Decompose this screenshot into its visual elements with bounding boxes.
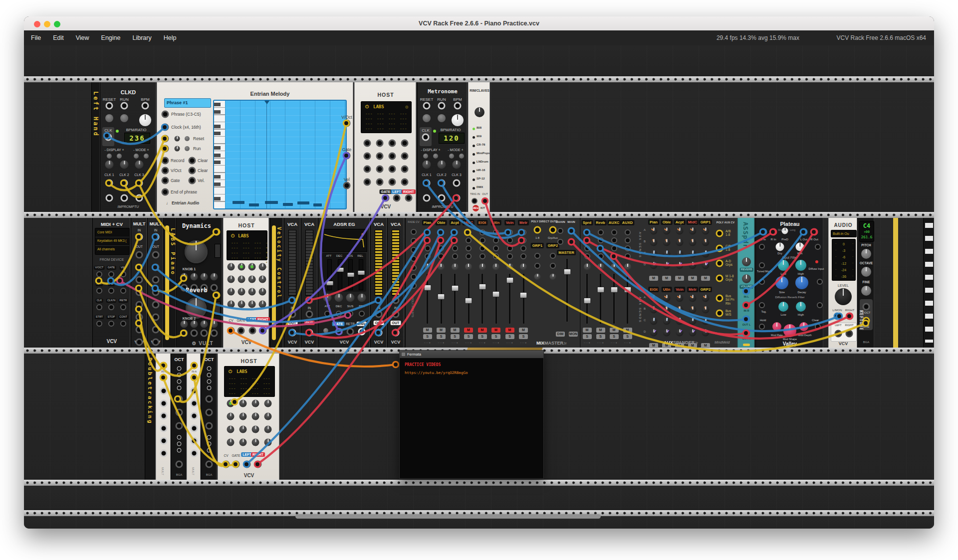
port-r1c1[interactable] — [376, 153, 384, 160]
multb-out1-port[interactable] — [191, 374, 198, 381]
aux-pan-Sprd[interactable] — [584, 263, 591, 270]
aux-jack-3[interactable] — [584, 253, 590, 259]
mixer-solo-Metr[interactable]: S — [519, 334, 528, 339]
mixer-fader-handle-Voin[interactable] — [506, 277, 513, 283]
midicv-driver[interactable]: Core MIDI — [97, 231, 112, 234]
entrian-voct-in-port[interactable] — [162, 167, 169, 175]
port-4[interactable] — [152, 301, 160, 309]
reftone-fine-knob[interactable] — [861, 286, 871, 296]
mixmaster-grp2-port-2[interactable] — [550, 263, 556, 269]
audio-lmon-port[interactable] — [834, 313, 841, 320]
module-vca-2[interactable]: VCA IN OUT VCV — [301, 218, 317, 348]
aux-send-Pian-C[interactable] — [650, 250, 658, 258]
entrian-run-button[interactable] — [185, 146, 190, 151]
dynamics-mini-knob-4[interactable] — [211, 273, 218, 281]
port-1[interactable] — [411, 238, 417, 244]
port-6[interactable] — [411, 283, 417, 289]
plateau-r-out-port[interactable] — [811, 228, 818, 236]
aux-pan-AUXD[interactable] — [624, 263, 631, 270]
mixer-solo-Voin[interactable]: S — [505, 334, 514, 339]
aux-send-Utln-A[interactable] — [663, 295, 671, 302]
rim-led-909[interactable] — [473, 136, 475, 139]
indicator-circle[interactable] — [207, 448, 212, 453]
midicv-port-VEL[interactable] — [120, 271, 126, 277]
entrian-vel-out-port[interactable] — [343, 182, 351, 189]
midicv-port-V/OCT[interactable] — [96, 271, 102, 277]
aux-pan-Revb[interactable] — [597, 263, 604, 270]
menu-file[interactable]: File — [31, 34, 41, 41]
menu-library[interactable]: Library — [133, 34, 152, 41]
mixer-jack-2[interactable] — [479, 245, 485, 251]
plateau-tog-jack[interactable] — [759, 302, 765, 308]
clkd-clk1-port[interactable] — [106, 180, 113, 187]
aux-solo-AUXC[interactable]: S — [610, 334, 619, 339]
aux-send-Pian-D[interactable] — [650, 262, 658, 269]
port-4[interactable] — [160, 437, 168, 445]
dynamics-mini-knob-2[interactable] — [191, 273, 198, 281]
entrian-gate-out-port[interactable] — [343, 152, 351, 160]
mixer-jack-0[interactable] — [479, 229, 485, 235]
port-5[interactable] — [411, 274, 417, 280]
port-1[interactable] — [136, 264, 143, 271]
menu-help[interactable]: Help — [164, 34, 177, 41]
mixmaster-chain-l-port[interactable] — [557, 228, 563, 234]
port-3[interactable] — [152, 289, 160, 296]
aux-name-Revb[interactable]: Revb — [594, 220, 606, 225]
metronome-bpm-knob[interactable] — [452, 114, 464, 126]
midicv-port-CLK[interactable] — [96, 304, 102, 310]
clkd-bpm-out-port[interactable] — [136, 194, 143, 202]
adsr-env-port[interactable] — [358, 328, 366, 336]
aux-mute-AUXC[interactable]: M — [610, 328, 619, 333]
port-1[interactable] — [160, 400, 168, 407]
indicator-circle[interactable] — [207, 367, 212, 371]
aux-name-AUXC[interactable]: AUXC — [607, 220, 621, 225]
knob-r3c3[interactable] — [264, 439, 272, 446]
mixer-fader-Oble[interactable] — [441, 274, 442, 324]
port-3[interactable] — [160, 425, 168, 432]
midicv-port-STRT[interactable] — [96, 321, 102, 327]
module-teal-send[interactable]: ASSpdr REVERB VOLUME IN L IN R OUT L OUT… — [737, 218, 754, 348]
horizontal-scrollbar[interactable] — [295, 514, 601, 519]
oct1-port-3[interactable] — [176, 422, 183, 430]
port-6[interactable] — [136, 326, 143, 334]
aux-send-ElGt-C[interactable] — [650, 318, 658, 325]
aux-polycv2-port-1[interactable] — [716, 310, 723, 317]
plateau-decay-cv[interactable] — [817, 279, 823, 285]
knob-r0c0[interactable] — [228, 263, 235, 271]
mixer-jack-3[interactable] — [466, 253, 472, 259]
oct2-port-3[interactable] — [206, 422, 213, 430]
mixmaster-grp1-port-2[interactable] — [534, 263, 540, 269]
plateau-low2-knob[interactable] — [778, 302, 788, 312]
host3-display[interactable]: ⏻ LABS ---------------------------------… — [224, 366, 275, 397]
metronome-reset-out-port[interactable] — [423, 194, 431, 202]
mixer-fader-Utln[interactable] — [495, 274, 497, 324]
vca3-level-slider[interactable] — [375, 230, 383, 296]
module-metronome[interactable]: Metronome RESET RUN BPM CLK BPM/RATIO 12… — [417, 82, 467, 212]
vca4-cv-port[interactable] — [392, 297, 400, 304]
metronome-clk-port[interactable] — [422, 134, 430, 141]
indicator-circle[interactable] — [177, 442, 182, 446]
metronome-bpm-out-port[interactable] — [453, 194, 461, 202]
aux-send-col-Oble[interactable]: Oble — [661, 219, 673, 225]
port-5[interactable] — [152, 314, 160, 321]
aux-send-Utln-D[interactable] — [663, 329, 671, 337]
master-fader-handle[interactable] — [563, 269, 571, 275]
port-r2c0[interactable] — [364, 166, 371, 173]
mixer-fader-handle-Metr[interactable] — [520, 292, 527, 298]
aux-jack-0[interactable] — [584, 229, 590, 235]
knob-r2c3[interactable] — [259, 288, 266, 296]
mixer-jack-3[interactable] — [425, 253, 431, 259]
clkd-clk-port[interactable] — [105, 134, 112, 141]
mixer-fader-Voin[interactable] — [509, 274, 510, 324]
aux-send-Voin-D[interactable] — [676, 329, 684, 337]
reverb-mini-knob-4[interactable] — [211, 321, 218, 328]
port-0[interactable] — [411, 229, 417, 235]
metronome-knob-2[interactable] — [438, 161, 446, 169]
port-r3c0[interactable] — [364, 179, 371, 186]
aux-jack-2[interactable] — [625, 245, 631, 251]
mixer-jack-1[interactable] — [507, 237, 513, 243]
module-mult-2[interactable]: MULT IN OUT VCV — [147, 218, 163, 348]
aux-mute-Sprd[interactable]: M — [583, 328, 592, 333]
aux-solo-AUXD[interactable]: S — [623, 334, 632, 339]
aux-jack-2[interactable] — [584, 245, 590, 251]
